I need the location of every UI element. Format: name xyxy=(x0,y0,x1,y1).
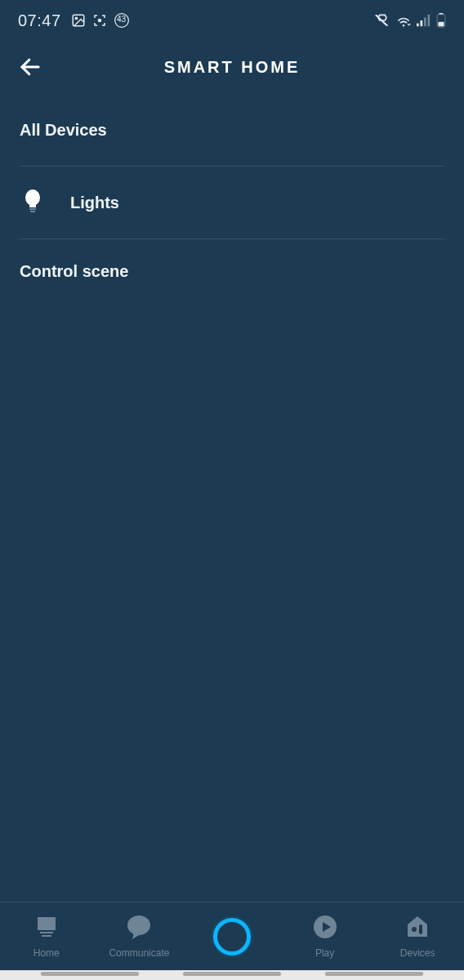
android-gesture-bar xyxy=(0,970,464,980)
notification-count-icon: 43 xyxy=(114,12,130,29)
nav-alexa-button[interactable] xyxy=(185,918,279,956)
alexa-ring-icon xyxy=(213,918,251,956)
svg-rect-15 xyxy=(29,208,36,210)
nav-label: Devices xyxy=(400,947,435,959)
svg-point-22 xyxy=(412,927,417,932)
nav-label: Communicate xyxy=(109,947,169,959)
back-button[interactable] xyxy=(18,51,51,83)
svg-rect-7 xyxy=(424,17,426,26)
fullscreen-icon xyxy=(92,13,107,28)
speech-bubble-icon xyxy=(126,915,152,942)
device-label: Lights xyxy=(65,194,119,212)
page-title: SMART HOME xyxy=(0,58,464,77)
svg-rect-16 xyxy=(30,211,35,212)
svg-rect-8 xyxy=(428,15,431,26)
svg-point-2 xyxy=(98,20,100,22)
nav-label: Play xyxy=(315,947,334,959)
vibrate-icon xyxy=(374,13,390,28)
lightbulb-icon xyxy=(20,189,46,216)
battery-icon xyxy=(436,13,446,28)
svg-point-1 xyxy=(75,17,77,19)
devices-icon xyxy=(405,915,430,942)
app-header: SMART HOME xyxy=(0,41,464,93)
svg-rect-11 xyxy=(438,22,444,26)
signal-icon xyxy=(417,14,431,27)
bottom-nav: Home Communicate Play xyxy=(0,902,464,970)
nav-communicate[interactable]: Communicate xyxy=(93,915,186,959)
status-bar: 07:47 43 xyxy=(0,0,464,41)
svg-rect-17 xyxy=(38,917,56,930)
all-devices-heading[interactable]: All Devices xyxy=(0,121,464,140)
svg-rect-19 xyxy=(42,935,51,937)
svg-rect-6 xyxy=(421,20,423,26)
play-icon xyxy=(313,915,337,942)
svg-point-20 xyxy=(127,915,150,935)
image-icon xyxy=(71,13,86,28)
nav-play[interactable]: Play xyxy=(279,915,372,959)
svg-rect-18 xyxy=(40,932,53,933)
svg-rect-14 xyxy=(29,205,36,207)
svg-rect-23 xyxy=(419,924,422,934)
nav-home[interactable]: Home xyxy=(0,915,93,959)
control-scene-heading[interactable]: Control scene xyxy=(0,239,464,304)
nav-devices[interactable]: Devices xyxy=(371,915,464,959)
status-time: 07:47 xyxy=(18,11,61,30)
nav-label: Home xyxy=(33,947,60,959)
svg-rect-5 xyxy=(417,24,419,27)
device-row-lights[interactable]: Lights xyxy=(0,167,464,238)
svg-point-13 xyxy=(25,189,40,206)
wifi-icon xyxy=(395,14,412,27)
home-icon xyxy=(34,915,59,942)
